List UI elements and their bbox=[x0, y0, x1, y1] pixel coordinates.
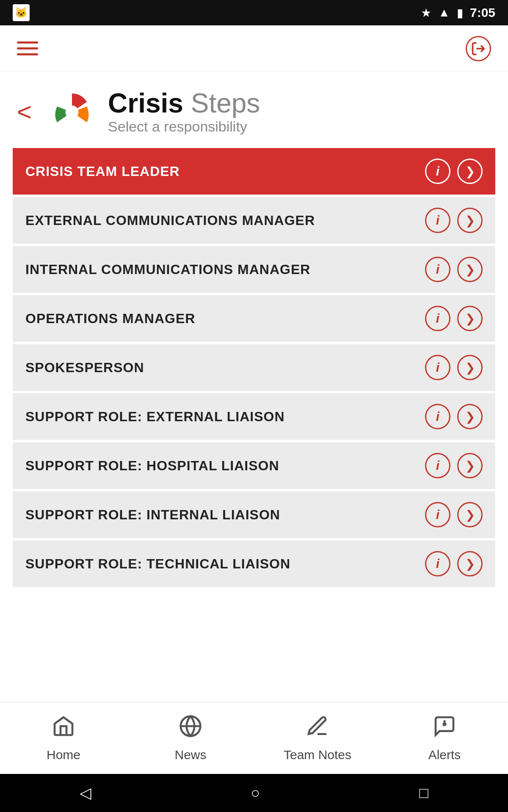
info-icon-1[interactable]: i bbox=[425, 159, 450, 184]
status-bar-left: 🐱 bbox=[13, 4, 30, 21]
back-button[interactable]: < bbox=[17, 99, 32, 125]
list-item-6[interactable]: SUPPORT ROLE: EXTERNAL LIAISONi❯ bbox=[13, 393, 495, 440]
info-icon-8[interactable]: i bbox=[425, 502, 450, 527]
info-icon-7[interactable]: i bbox=[425, 453, 450, 478]
news-icon bbox=[179, 714, 202, 743]
list-item-label-8: SUPPORT ROLE: INTERNAL LIAISON bbox=[25, 507, 280, 523]
nav-news-label: News bbox=[174, 748, 206, 762]
page-subtitle: Select a responsibility bbox=[108, 118, 260, 135]
arrow-icon-3[interactable]: ❯ bbox=[457, 257, 483, 282]
nav-news[interactable]: News bbox=[148, 714, 233, 762]
info-icon-5[interactable]: i bbox=[425, 355, 450, 380]
page-title: Crisis Steps bbox=[108, 90, 260, 117]
arrow-icon-9[interactable]: ❯ bbox=[457, 551, 483, 576]
list-item-icons-9: i❯ bbox=[425, 551, 483, 576]
list-item-icons-2: i❯ bbox=[425, 208, 483, 233]
list-item-icons-8: i❯ bbox=[425, 502, 483, 527]
list-item-icons-4: i❯ bbox=[425, 306, 483, 331]
list-item-icons-6: i❯ bbox=[425, 404, 483, 429]
list-item-icons-7: i❯ bbox=[425, 453, 483, 478]
list-item-3[interactable]: INTERNAL COMMUNICATIONS MANAGERi❯ bbox=[13, 246, 495, 293]
list-item-label-1: CRISIS TEAM LEADER bbox=[25, 164, 180, 179]
arrow-icon-2[interactable]: ❯ bbox=[457, 208, 483, 233]
nav-team-notes[interactable]: Team Notes bbox=[275, 714, 360, 762]
arrow-icon-5[interactable]: ❯ bbox=[457, 355, 483, 380]
alerts-icon bbox=[433, 714, 456, 743]
list-item-label-9: SUPPORT ROLE: TECHNICAL LIAISON bbox=[25, 556, 290, 572]
list-item-8[interactable]: SUPPORT ROLE: INTERNAL LIAISONi❯ bbox=[13, 491, 495, 538]
android-back[interactable]: ◁ bbox=[80, 784, 91, 802]
nav-home[interactable]: Home bbox=[21, 714, 106, 762]
list-item-icons-5: i❯ bbox=[425, 355, 483, 380]
wifi-icon: ▲ bbox=[438, 6, 450, 19]
arrow-icon-1[interactable]: ❯ bbox=[457, 159, 483, 184]
list-item-label-2: EXTERNAL COMMUNICATIONS MANAGER bbox=[25, 213, 315, 228]
header-text: Crisis Steps Select a responsibility bbox=[108, 90, 260, 135]
info-icon-3[interactable]: i bbox=[425, 257, 450, 282]
arrow-icon-6[interactable]: ❯ bbox=[457, 404, 483, 429]
top-nav bbox=[0, 25, 508, 72]
logo bbox=[49, 89, 95, 135]
list-item-7[interactable]: SUPPORT ROLE: HOSPITAL LIAISONi❯ bbox=[13, 442, 495, 489]
list-item-label-4: OPERATIONS MANAGER bbox=[25, 311, 195, 326]
nav-alerts-label: Alerts bbox=[428, 748, 461, 762]
app-icon: 🐱 bbox=[13, 4, 30, 21]
list-item-icons-3: i❯ bbox=[425, 257, 483, 282]
info-icon-2[interactable]: i bbox=[425, 208, 450, 233]
arrow-icon-7[interactable]: ❯ bbox=[457, 453, 483, 478]
list-item-5[interactable]: SPOKESPERSONi❯ bbox=[13, 344, 495, 391]
svg-point-1 bbox=[66, 106, 79, 119]
info-icon-9[interactable]: i bbox=[425, 551, 450, 576]
list-item-1[interactable]: CRISIS TEAM LEADERi❯ bbox=[13, 148, 495, 195]
list-item-icons-1: i❯ bbox=[425, 159, 483, 184]
nav-alerts[interactable]: Alerts bbox=[402, 714, 487, 762]
list-item-2[interactable]: EXTERNAL COMMUNICATIONS MANAGERi❯ bbox=[13, 197, 495, 244]
android-recent[interactable]: □ bbox=[419, 784, 428, 802]
android-bar: ◁ ○ □ bbox=[0, 774, 508, 812]
battery-icon: ▮ bbox=[457, 6, 463, 20]
hamburger-menu[interactable] bbox=[17, 41, 38, 55]
status-time: 7:05 bbox=[470, 5, 495, 20]
info-icon-4[interactable]: i bbox=[425, 306, 450, 331]
nav-team-notes-label: Team Notes bbox=[284, 748, 351, 762]
logout-button[interactable] bbox=[466, 36, 491, 61]
list-item-9[interactable]: SUPPORT ROLE: TECHNICAL LIAISONi❯ bbox=[13, 540, 495, 587]
list-item-label-5: SPOKESPERSON bbox=[25, 360, 144, 376]
list-item-label-6: SUPPORT ROLE: EXTERNAL LIAISON bbox=[25, 409, 285, 425]
arrow-icon-4[interactable]: ❯ bbox=[457, 306, 483, 331]
info-icon-6[interactable]: i bbox=[425, 404, 450, 429]
bluetooth-icon: ★ bbox=[421, 6, 431, 20]
android-home[interactable]: ○ bbox=[251, 784, 260, 802]
status-bar-right: ★ ▲ ▮ 7:05 bbox=[421, 5, 495, 20]
nav-home-label: Home bbox=[47, 748, 80, 762]
home-icon bbox=[52, 714, 75, 743]
bottom-nav: Home News Team Notes Alert bbox=[0, 702, 508, 774]
team-notes-icon bbox=[306, 714, 329, 743]
header-area: < Crisis Steps Select a responsibility bbox=[0, 72, 508, 148]
list-item-4[interactable]: OPERATIONS MANAGERi❯ bbox=[13, 295, 495, 342]
list-item-label-7: SUPPORT ROLE: HOSPITAL LIAISON bbox=[25, 458, 279, 474]
arrow-icon-8[interactable]: ❯ bbox=[457, 502, 483, 527]
responsibility-list: CRISIS TEAM LEADERi❯EXTERNAL COMMUNICATI… bbox=[13, 148, 495, 587]
list-item-label-3: INTERNAL COMMUNICATIONS MANAGER bbox=[25, 262, 310, 277]
status-bar: 🐱 ★ ▲ ▮ 7:05 bbox=[0, 0, 508, 25]
